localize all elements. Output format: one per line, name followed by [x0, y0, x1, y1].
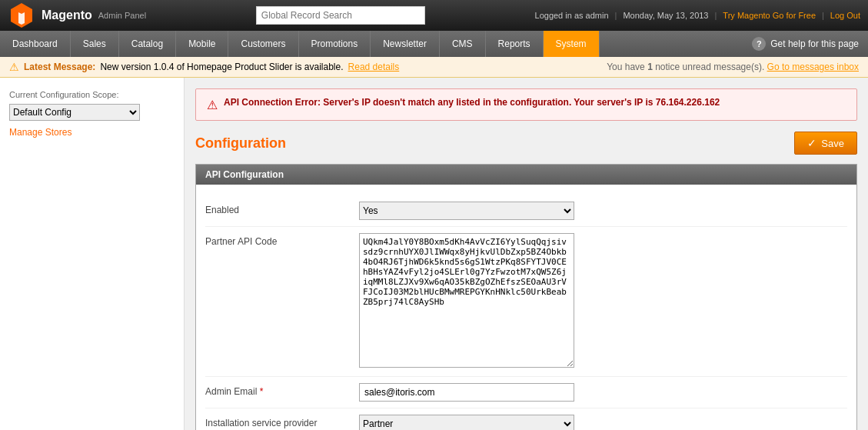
go-to-messages-link[interactable]: Go to messages inbox [767, 62, 859, 72]
error-box: ⚠ API Connection Error: Server's IP does… [195, 88, 857, 121]
installation-provider-field: Partner Self [359, 415, 847, 430]
header-divider1: | [615, 11, 617, 20]
section-body: Enabled Yes No Partner API Code UQkm4Jal… [196, 185, 856, 430]
partner-api-label: Partner API Code [205, 233, 359, 247]
installation-provider-label: Installation service provider [205, 415, 359, 428]
manage-stores-link[interactable]: Manage Stores [9, 127, 175, 138]
header-search[interactable] [256, 6, 425, 25]
notice-message: New version 1.0.4 of Homepage Product Sl… [100, 62, 343, 72]
enabled-label: Enabled [205, 202, 359, 215]
config-header-row: Configuration ✓ Save [195, 132, 857, 155]
header: Magento Admin Panel Logged in as admin |… [0, 0, 868, 31]
notice-bar: ⚠ Latest Message: New version 1.0.4 of H… [0, 57, 868, 78]
try-magento-link[interactable]: Try Magento Go for Free [723, 11, 816, 20]
main-nav: Dashboard Sales Catalog Mobile Customers… [0, 31, 868, 57]
nav-item-catalog[interactable]: Catalog [119, 31, 176, 57]
admin-email-field [359, 383, 847, 402]
nav-item-cms[interactable]: CMS [440, 31, 486, 57]
section-header: API Configuration [196, 165, 856, 185]
global-search-input[interactable] [256, 6, 425, 25]
magento-logo [8, 2, 35, 29]
enabled-select[interactable]: Yes No [359, 202, 574, 220]
partner-api-textarea[interactable]: UQkm4JalY0Y8BOxm5dKh4AvVcZI6YylSuqQqjsiv… [359, 233, 574, 368]
nav-item-system[interactable]: System [544, 31, 600, 57]
header-divider2: | [715, 11, 717, 20]
partner-api-field: UQkm4JalY0Y8BOxm5dKh4AvVcZI6YylSuqQqjsiv… [359, 233, 847, 370]
api-config-section: API Configuration Enabled Yes No Partner… [195, 164, 857, 430]
notice-right-text2: notice unread message(s). [655, 62, 764, 72]
nav-item-customers[interactable]: Customers [228, 31, 298, 57]
required-star: * [260, 386, 264, 397]
main-container: Current Configuration Scope: Default Con… [0, 78, 868, 430]
enabled-field: Yes No [359, 202, 847, 220]
nav-item-newsletter[interactable]: Newsletter [371, 31, 440, 57]
admin-email-input[interactable] [359, 383, 574, 402]
partner-api-row: Partner API Code UQkm4JalY0Y8BOxm5dKh4Av… [205, 227, 847, 377]
installation-provider-select[interactable]: Partner Self [359, 415, 574, 430]
admin-email-row: Admin Email * [205, 377, 847, 408]
nav-item-sales[interactable]: Sales [71, 31, 119, 57]
header-divider3: | [822, 11, 824, 20]
content-area: ⚠ API Connection Error: Server's IP does… [185, 78, 868, 430]
error-message: API Connection Error: Server's IP doesn'… [224, 97, 720, 108]
notice-read-link[interactable]: Read details [348, 62, 400, 72]
logo-area: Magento Admin Panel [8, 2, 146, 29]
error-icon: ⚠ [207, 98, 218, 112]
section-title: API Configuration [205, 169, 284, 180]
logo-subtitle: Admin Panel [98, 11, 146, 20]
installation-provider-row: Installation service provider Partner Se… [205, 408, 847, 430]
header-right: Logged in as admin | Monday, May 13, 201… [535, 11, 860, 20]
save-button[interactable]: ✓ Save [794, 132, 857, 155]
save-label: Save [821, 138, 844, 149]
nav-item-mobile[interactable]: Mobile [176, 31, 228, 57]
logo-brand: Magento [42, 8, 92, 22]
notice-left: ⚠ Latest Message: New version 1.0.4 of H… [9, 61, 399, 73]
logged-in-text: Logged in as admin [535, 11, 609, 20]
notice-right-text1: You have [607, 62, 645, 72]
sidebar: Current Configuration Scope: Default Con… [0, 78, 185, 430]
header-date: Monday, May 13, 2013 [623, 11, 708, 20]
nav-item-promotions[interactable]: Promotions [299, 31, 371, 57]
notice-right: You have 1 notice unread message(s). Go … [607, 62, 859, 72]
logout-link[interactable]: Log Out [830, 11, 860, 20]
notice-icon: ⚠ [9, 61, 19, 73]
nav-item-reports[interactable]: Reports [486, 31, 544, 57]
config-title: Configuration [195, 135, 286, 152]
scope-select[interactable]: Default Config [9, 104, 140, 121]
notice-bold: Latest Message: [24, 62, 95, 72]
nav-item-dashboard[interactable]: Dashboard [0, 31, 71, 57]
admin-email-label: Admin Email * [205, 383, 359, 397]
help-icon: ? [752, 37, 766, 51]
save-icon: ✓ [807, 137, 816, 149]
scope-select-wrapper: Default Config [9, 104, 175, 121]
enabled-row: Enabled Yes No [205, 195, 847, 227]
notice-count: 1 [647, 62, 653, 72]
scope-label: Current Configuration Scope: [9, 90, 175, 99]
help-text: Get help for this page [770, 38, 859, 49]
nav-help[interactable]: ? Get help for this page [752, 31, 868, 57]
